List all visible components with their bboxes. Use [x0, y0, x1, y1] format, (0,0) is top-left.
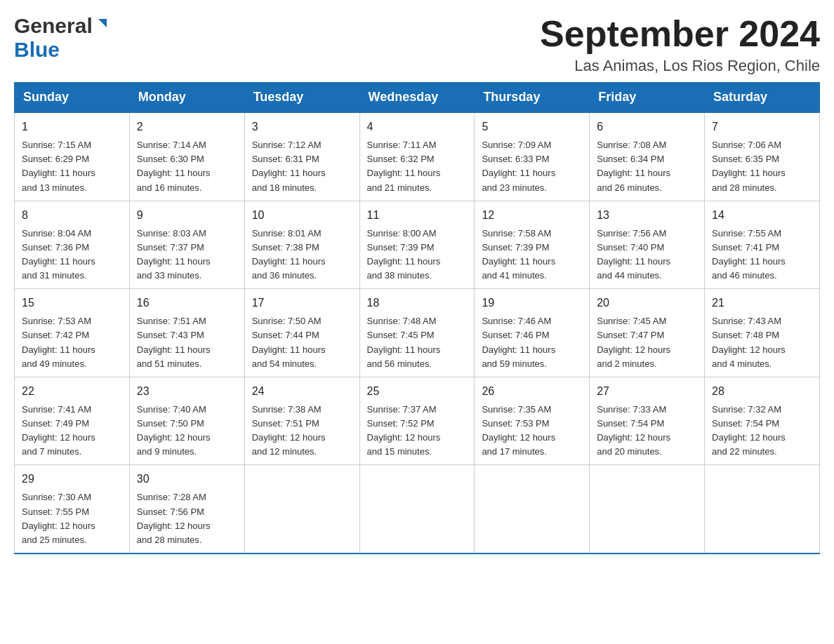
location-subtitle: Las Animas, Los Rios Region, Chile	[540, 57, 820, 75]
day-info: Sunrise: 7:12 AM Sunset: 6:31 PM Dayligh…	[252, 138, 352, 195]
table-row	[475, 465, 590, 554]
col-sunday: Sunday	[15, 83, 130, 113]
day-info: Sunrise: 8:04 AM Sunset: 7:36 PM Dayligh…	[22, 227, 122, 283]
day-info: Sunrise: 7:35 AM Sunset: 7:53 PM Dayligh…	[482, 403, 582, 459]
day-number: 19	[482, 295, 582, 311]
day-info: Sunrise: 7:41 AM Sunset: 7:49 PM Dayligh…	[22, 403, 122, 459]
table-row: 25Sunrise: 7:37 AM Sunset: 7:52 PM Dayli…	[359, 377, 475, 465]
table-row: 26Sunrise: 7:35 AM Sunset: 7:53 PM Dayli…	[475, 377, 590, 465]
day-info: Sunrise: 7:32 AM Sunset: 7:54 PM Dayligh…	[712, 403, 812, 459]
day-number: 26	[482, 383, 582, 400]
day-info: Sunrise: 7:15 AM Sunset: 6:29 PM Dayligh…	[22, 138, 122, 195]
logo-arrow-icon	[94, 16, 110, 34]
day-info: Sunrise: 7:51 AM Sunset: 7:43 PM Dayligh…	[137, 314, 237, 371]
calendar-week-1: 1Sunrise: 7:15 AM Sunset: 6:29 PM Daylig…	[15, 112, 820, 201]
day-number: 12	[482, 207, 582, 224]
day-info: Sunrise: 8:03 AM Sunset: 7:37 PM Dayligh…	[137, 227, 237, 283]
day-number: 28	[712, 383, 812, 400]
day-number: 3	[252, 119, 352, 135]
col-thursday: Thursday	[475, 83, 590, 113]
table-row: 13Sunrise: 7:56 AM Sunset: 7:40 PM Dayli…	[590, 201, 705, 289]
day-info: Sunrise: 7:56 AM Sunset: 7:40 PM Dayligh…	[597, 227, 697, 283]
table-row: 15Sunrise: 7:53 AM Sunset: 7:42 PM Dayli…	[15, 289, 130, 377]
table-row: 9Sunrise: 8:03 AM Sunset: 7:37 PM Daylig…	[129, 201, 244, 289]
table-row: 27Sunrise: 7:33 AM Sunset: 7:54 PM Dayli…	[590, 377, 705, 465]
col-monday: Monday	[129, 83, 244, 113]
month-title: September 2024	[540, 14, 820, 54]
day-number: 25	[367, 383, 468, 400]
table-row: 6Sunrise: 7:08 AM Sunset: 6:34 PM Daylig…	[590, 112, 705, 201]
day-info: Sunrise: 7:45 AM Sunset: 7:47 PM Dayligh…	[597, 314, 697, 371]
table-row: 16Sunrise: 7:51 AM Sunset: 7:43 PM Dayli…	[129, 289, 244, 377]
table-row: 21Sunrise: 7:43 AM Sunset: 7:48 PM Dayli…	[705, 289, 820, 377]
day-info: Sunrise: 7:46 AM Sunset: 7:46 PM Dayligh…	[482, 314, 582, 371]
day-number: 30	[137, 471, 237, 488]
table-row: 30Sunrise: 7:28 AM Sunset: 7:56 PM Dayli…	[129, 465, 244, 554]
day-number: 15	[22, 295, 122, 311]
table-row: 24Sunrise: 7:38 AM Sunset: 7:51 PM Dayli…	[244, 377, 359, 465]
day-info: Sunrise: 7:38 AM Sunset: 7:51 PM Dayligh…	[252, 403, 352, 459]
table-row: 22Sunrise: 7:41 AM Sunset: 7:49 PM Dayli…	[15, 377, 130, 465]
day-info: Sunrise: 7:14 AM Sunset: 6:30 PM Dayligh…	[137, 138, 237, 195]
calendar-week-2: 8Sunrise: 8:04 AM Sunset: 7:36 PM Daylig…	[15, 201, 820, 289]
day-info: Sunrise: 7:58 AM Sunset: 7:39 PM Dayligh…	[482, 227, 582, 283]
calendar-week-3: 15Sunrise: 7:53 AM Sunset: 7:42 PM Dayli…	[15, 289, 820, 377]
day-number: 17	[252, 295, 352, 311]
day-info: Sunrise: 7:53 AM Sunset: 7:42 PM Dayligh…	[22, 314, 122, 371]
day-info: Sunrise: 7:08 AM Sunset: 6:34 PM Dayligh…	[597, 138, 697, 195]
day-number: 22	[22, 383, 122, 400]
col-saturday: Saturday	[705, 83, 820, 113]
table-row: 29Sunrise: 7:30 AM Sunset: 7:55 PM Dayli…	[15, 465, 130, 554]
day-info: Sunrise: 7:55 AM Sunset: 7:41 PM Dayligh…	[712, 227, 812, 283]
logo: General Blue	[14, 14, 110, 62]
day-info: Sunrise: 7:06 AM Sunset: 6:35 PM Dayligh…	[712, 138, 812, 195]
table-row: 11Sunrise: 8:00 AM Sunset: 7:39 PM Dayli…	[359, 201, 475, 289]
day-number: 5	[482, 119, 582, 135]
day-number: 16	[137, 295, 237, 311]
calendar-week-5: 29Sunrise: 7:30 AM Sunset: 7:55 PM Dayli…	[15, 465, 820, 554]
table-row: 1Sunrise: 7:15 AM Sunset: 6:29 PM Daylig…	[15, 112, 130, 201]
table-row: 18Sunrise: 7:48 AM Sunset: 7:45 PM Dayli…	[359, 289, 475, 377]
day-info: Sunrise: 7:50 AM Sunset: 7:44 PM Dayligh…	[252, 314, 352, 371]
day-number: 21	[712, 295, 812, 311]
day-info: Sunrise: 7:11 AM Sunset: 6:32 PM Dayligh…	[367, 138, 468, 195]
day-number: 8	[22, 207, 122, 224]
table-row	[359, 465, 475, 554]
day-number: 11	[367, 207, 468, 224]
svg-marker-0	[98, 19, 107, 27]
table-row	[590, 465, 705, 554]
day-info: Sunrise: 7:40 AM Sunset: 7:50 PM Dayligh…	[137, 403, 237, 459]
day-info: Sunrise: 7:43 AM Sunset: 7:48 PM Dayligh…	[712, 314, 812, 371]
day-info: Sunrise: 8:01 AM Sunset: 7:38 PM Dayligh…	[252, 227, 352, 283]
day-info: Sunrise: 7:37 AM Sunset: 7:52 PM Dayligh…	[367, 403, 468, 459]
table-row: 14Sunrise: 7:55 AM Sunset: 7:41 PM Dayli…	[705, 201, 820, 289]
col-tuesday: Tuesday	[244, 83, 359, 113]
day-number: 13	[597, 207, 697, 224]
day-number: 23	[137, 383, 237, 400]
table-row: 2Sunrise: 7:14 AM Sunset: 6:30 PM Daylig…	[129, 112, 244, 201]
day-number: 14	[712, 207, 812, 224]
day-number: 7	[712, 119, 812, 135]
day-info: Sunrise: 7:30 AM Sunset: 7:55 PM Dayligh…	[22, 490, 122, 547]
day-number: 2	[137, 119, 237, 135]
table-row	[244, 465, 359, 554]
header-row: Sunday Monday Tuesday Wednesday Thursday…	[15, 83, 820, 113]
day-number: 6	[597, 119, 697, 135]
day-number: 27	[597, 383, 697, 400]
day-number: 4	[367, 119, 468, 135]
title-section: September 2024 Las Animas, Los Rios Regi…	[540, 14, 820, 75]
table-row: 12Sunrise: 7:58 AM Sunset: 7:39 PM Dayli…	[475, 201, 590, 289]
day-number: 9	[137, 207, 237, 224]
logo-blue-text: Blue	[14, 38, 60, 61]
day-info: Sunrise: 7:48 AM Sunset: 7:45 PM Dayligh…	[367, 314, 468, 371]
day-number: 24	[252, 383, 352, 400]
table-row: 20Sunrise: 7:45 AM Sunset: 7:47 PM Dayli…	[590, 289, 705, 377]
day-number: 29	[22, 471, 122, 488]
day-number: 10	[252, 207, 352, 224]
table-row	[705, 465, 820, 554]
page-header: General Blue September 2024 Las Animas, …	[14, 14, 820, 75]
day-number: 1	[22, 119, 122, 135]
day-info: Sunrise: 7:28 AM Sunset: 7:56 PM Dayligh…	[137, 490, 237, 547]
table-row: 17Sunrise: 7:50 AM Sunset: 7:44 PM Dayli…	[244, 289, 359, 377]
col-friday: Friday	[590, 83, 705, 113]
